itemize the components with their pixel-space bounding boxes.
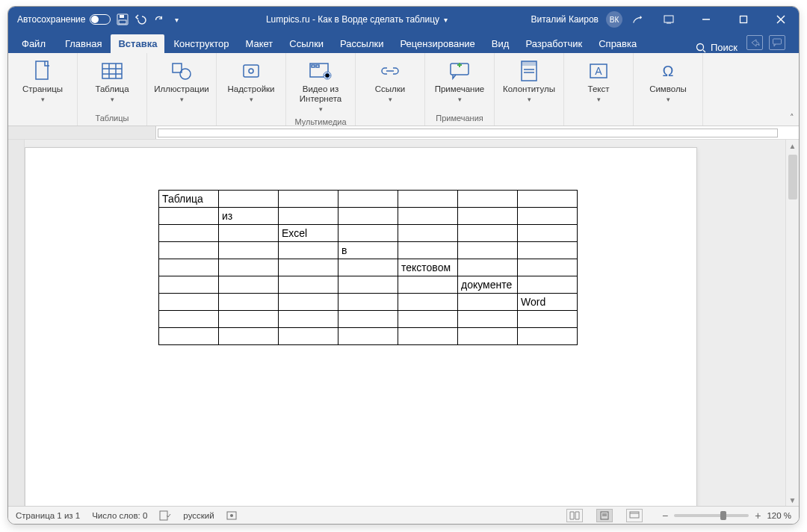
table-cell[interactable] xyxy=(458,259,518,276)
table-cell[interactable]: Excel xyxy=(279,225,338,242)
online-video-button[interactable]: Видео из Интернета▾ xyxy=(294,56,347,116)
table-cell[interactable] xyxy=(159,259,219,276)
language[interactable]: русский xyxy=(183,511,214,520)
table-cell[interactable]: Таблица xyxy=(159,191,219,208)
tab-конструктор[interactable]: Конструктор xyxy=(166,34,236,53)
tab-разработчик[interactable]: Разработчик xyxy=(518,34,590,53)
table-cell[interactable] xyxy=(219,276,279,294)
close-button[interactable] xyxy=(764,7,797,32)
pages-button[interactable]: Страницы▾ xyxy=(16,56,69,106)
addins-button[interactable]: Надстройки▾ xyxy=(224,56,278,106)
scroll-up-icon[interactable]: ▲ xyxy=(786,140,799,152)
table-cell[interactable] xyxy=(398,276,458,294)
zoom-in-button[interactable]: + xyxy=(755,510,761,522)
table-cell[interactable] xyxy=(518,208,578,225)
vertical-scrollbar[interactable]: ▲ ▼ xyxy=(785,140,799,506)
table-cell[interactable]: Word xyxy=(518,294,578,311)
autosave-toggle[interactable]: Автосохранение xyxy=(17,14,111,25)
web-layout-button[interactable] xyxy=(626,509,643,522)
table-cell[interactable] xyxy=(338,311,398,328)
minimize-button[interactable] xyxy=(690,7,723,32)
spellcheck-icon[interactable] xyxy=(159,510,171,521)
scrollbar-thumb[interactable] xyxy=(788,155,797,200)
tab-макет[interactable]: Макет xyxy=(238,34,281,53)
headers-button[interactable]: Колонтитулы▾ xyxy=(502,56,556,106)
table-cell[interactable]: в xyxy=(338,242,398,259)
zoom-out-button[interactable]: − xyxy=(662,510,668,522)
user-avatar[interactable]: ВК xyxy=(606,11,622,28)
title-dropdown-icon[interactable]: ▾ xyxy=(444,16,448,24)
zoom-level[interactable]: 120 % xyxy=(767,511,791,520)
tab-вид[interactable]: Вид xyxy=(484,34,517,53)
table-cell[interactable] xyxy=(159,294,219,311)
table-cell[interactable] xyxy=(518,191,578,208)
table-cell[interactable]: текстовом xyxy=(398,259,458,276)
page-info[interactable]: Страница 1 из 1 xyxy=(16,511,80,520)
table-cell[interactable] xyxy=(219,225,279,242)
coming-soon-icon[interactable] xyxy=(631,13,643,25)
table-cell[interactable] xyxy=(398,328,458,345)
table-cell[interactable] xyxy=(458,208,518,225)
table-cell[interactable] xyxy=(279,208,338,225)
print-layout-button[interactable] xyxy=(596,509,613,522)
document-table[interactable]: ТаблицаизExcelвтекстовомдокументеWord xyxy=(158,190,578,345)
table-cell[interactable] xyxy=(338,208,398,225)
table-cell[interactable] xyxy=(159,328,219,345)
table-cell[interactable] xyxy=(398,294,458,311)
read-mode-button[interactable] xyxy=(566,509,583,522)
table-cell[interactable] xyxy=(458,294,518,311)
table-cell[interactable] xyxy=(338,191,398,208)
table-cell[interactable] xyxy=(279,242,338,259)
document-area[interactable]: ТаблицаизExcelвтекстовомдокументеWord xyxy=(25,140,785,506)
table-cell[interactable] xyxy=(219,328,279,345)
table-cell[interactable] xyxy=(338,259,398,276)
table-cell[interactable] xyxy=(398,208,458,225)
table-cell[interactable] xyxy=(219,311,279,328)
scroll-down-icon[interactable]: ▼ xyxy=(786,494,799,506)
table-cell[interactable] xyxy=(159,225,219,242)
table-cell[interactable] xyxy=(219,191,279,208)
table-cell[interactable] xyxy=(518,328,578,345)
ribbon-display-icon[interactable] xyxy=(652,7,685,32)
table-cell[interactable] xyxy=(398,311,458,328)
table-cell[interactable] xyxy=(279,191,338,208)
table-cell[interactable] xyxy=(279,328,338,345)
table-button[interactable]: Таблица▾ xyxy=(85,56,139,106)
table-cell[interactable] xyxy=(338,276,398,294)
table-cell[interactable] xyxy=(518,311,578,328)
table-cell[interactable] xyxy=(219,242,279,259)
links-button[interactable]: Ссылки▾ xyxy=(363,56,417,106)
tab-вставка[interactable]: Вставка xyxy=(111,34,164,53)
undo-icon[interactable] xyxy=(134,13,146,25)
table-cell[interactable] xyxy=(518,225,578,242)
illustrations-button[interactable]: Иллюстрации▾ xyxy=(155,56,208,106)
text-button[interactable]: AТекст▾ xyxy=(572,56,625,106)
share-button[interactable] xyxy=(746,35,763,50)
zoom-slider[interactable] xyxy=(674,514,749,517)
symbols-button[interactable]: ΩСимволы▾ xyxy=(641,56,695,106)
table-cell[interactable] xyxy=(518,276,578,294)
save-icon[interactable] xyxy=(117,13,129,25)
table-cell[interactable] xyxy=(279,294,338,311)
word-count[interactable]: Число слов: 0 xyxy=(92,511,147,520)
table-cell[interactable] xyxy=(518,259,578,276)
table-cell[interactable] xyxy=(458,242,518,259)
table-cell[interactable] xyxy=(159,208,219,225)
table-cell[interactable] xyxy=(398,242,458,259)
table-cell[interactable] xyxy=(279,276,338,294)
collapse-ribbon-icon[interactable]: ˄ xyxy=(790,113,794,123)
table-cell[interactable] xyxy=(338,328,398,345)
comments-button[interactable] xyxy=(769,35,785,50)
table-cell[interactable] xyxy=(159,276,219,294)
table-cell[interactable]: документе xyxy=(458,276,518,294)
table-cell[interactable] xyxy=(279,259,338,276)
table-cell[interactable] xyxy=(279,311,338,328)
table-cell[interactable] xyxy=(458,225,518,242)
horizontal-ruler[interactable] xyxy=(8,126,799,140)
tab-ссылки[interactable]: Ссылки xyxy=(282,34,331,53)
table-cell[interactable] xyxy=(159,242,219,259)
table-cell[interactable] xyxy=(458,191,518,208)
table-cell[interactable] xyxy=(398,191,458,208)
tab-справка[interactable]: Справка xyxy=(591,34,644,53)
user-name[interactable]: Виталий Каиров xyxy=(531,14,599,25)
